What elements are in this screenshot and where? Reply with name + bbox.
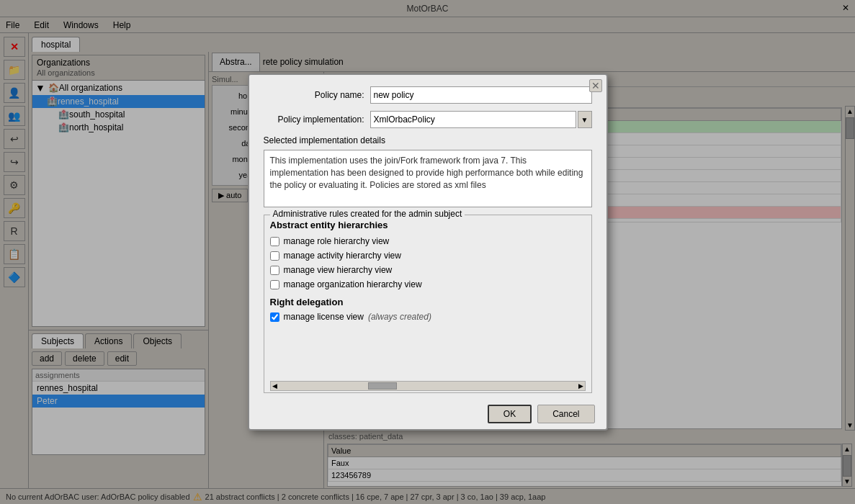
checkbox-role-hierarchy-label: manage role hierarchy view	[284, 236, 390, 246]
impl-details-label: Selected implementation details	[264, 135, 592, 145]
ok-button[interactable]: OK	[488, 405, 532, 423]
abstract-section-title: Abstract entity hierarchies	[270, 220, 586, 230]
h-scroll-thumb[interactable]	[368, 382, 397, 390]
modal-footer: OK Cancel	[249, 399, 606, 429]
modal-body: Policy name: Policy implementation: ▼ Se…	[249, 75, 606, 399]
checkbox-license-view-input[interactable]	[270, 312, 279, 322]
checkbox-license-view: manage license view (always created)	[270, 312, 586, 322]
delegation-section-title: Right delegation	[270, 297, 586, 307]
impl-details-text: This implementation uses the join/Fork f…	[270, 156, 583, 190]
checkbox-view-hierarchy-input[interactable]	[270, 266, 279, 275]
cancel-button[interactable]: Cancel	[537, 405, 594, 423]
checkbox-view-hierarchy: manage view hierarchy view	[270, 265, 586, 275]
policy-impl-label: Policy implementation:	[264, 114, 364, 125]
h-scroll-track	[279, 382, 577, 390]
always-created-label: (always created)	[368, 312, 431, 322]
checkbox-activity-hierarchy-input[interactable]	[270, 251, 279, 261]
policy-name-row: Policy name:	[264, 86, 592, 104]
checkbox-role-hierarchy-input[interactable]	[270, 237, 279, 246]
modal-close-button[interactable]: ✕	[589, 79, 602, 92]
checkbox-org-hierarchy-label: manage organization hierarchy view	[284, 279, 422, 289]
checkbox-role-hierarchy: manage role hierarchy view	[270, 236, 586, 246]
admin-rules-scroll[interactable]: Abstract entity hierarchies manage role …	[270, 220, 586, 378]
new-policy-modal: ✕ Policy name: Policy implementation: ▼ …	[248, 73, 608, 431]
checkbox-license-view-label: manage license view	[284, 312, 364, 322]
checkbox-activity-hierarchy-label: manage activity hierarchy view	[284, 251, 401, 261]
close-icon: ✕	[591, 80, 600, 91]
policy-name-input[interactable]	[370, 86, 592, 104]
checkbox-view-hierarchy-label: manage view hierarchy view	[284, 265, 393, 275]
policy-name-label: Policy name:	[264, 90, 364, 100]
impl-details-section: Selected implementation details This imp…	[264, 135, 592, 207]
admin-rules-label: Administrative rules created for the adm…	[270, 209, 465, 219]
modal-overlay: ✕ Policy name: Policy implementation: ▼ …	[0, 0, 855, 504]
policy-impl-input[interactable]	[370, 111, 576, 128]
modal-h-scrollbar[interactable]: ◀ ▶	[270, 381, 586, 391]
policy-impl-wrapper: ▼	[370, 111, 592, 128]
admin-rules-section: Administrative rules created for the adm…	[264, 215, 592, 393]
checkbox-activity-hierarchy: manage activity hierarchy view	[270, 251, 586, 261]
checkbox-org-hierarchy: manage organization hierarchy view	[270, 279, 586, 289]
policy-impl-row: Policy implementation: ▼	[264, 111, 592, 128]
impl-details-box: This implementation uses the join/Fork f…	[264, 150, 592, 207]
h-scroll-right-btn[interactable]: ▶	[577, 382, 585, 390]
checkbox-org-hierarchy-input[interactable]	[270, 280, 279, 289]
h-scroll-left-btn[interactable]: ◀	[271, 382, 279, 390]
dropdown-arrow-btn[interactable]: ▼	[578, 111, 592, 128]
